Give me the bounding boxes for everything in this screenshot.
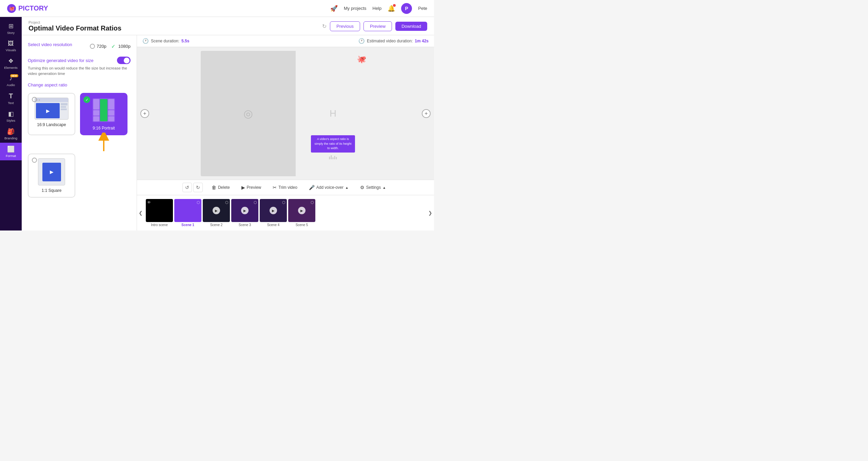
resolution-section: Select video resolution 720p ✓ 1080p [28,42,131,51]
user-avatar[interactable]: P [401,3,412,14]
settings-button[interactable]: ⚙ Settings ▲ [357,183,389,192]
my-projects-link[interactable]: My projects [344,6,366,11]
sidebar-item-visuals[interactable]: 🖼 Visuals [0,37,22,55]
clock-icon: 🕐 [142,38,149,44]
undo-button[interactable]: ↺ [182,183,192,192]
logo[interactable]: 🐙 PICTORY [7,4,48,13]
notification-bell[interactable]: 🔔 [388,5,395,12]
delete-button[interactable]: 🗑 Delete [209,183,233,192]
canvas-waveform [329,155,337,159]
scene4-label: Scene 4 [267,223,280,227]
check-portrait-icon: ✓ [83,96,90,103]
scene4-play-overlay: ▶ [260,200,286,221]
square-play-icon: ▶ [50,169,54,175]
scene5-thumbnail: ⬡ ▶ [288,199,315,222]
portrait-thumbnail [92,98,116,123]
trim-video-button[interactable]: ✂ Trim video [270,183,300,192]
canvas-left-area: ◎ [201,51,296,176]
new-badge: NEW [10,74,18,77]
user-name: Pete [418,6,427,11]
optimize-section: Optimize generated video for size Turnin… [28,57,131,76]
delete-label: Delete [218,185,230,190]
sidebar-label-audio: Audio [7,83,15,87]
redo-button[interactable]: ↻ [193,183,203,192]
add-scene-left-button[interactable]: + [140,109,149,118]
undo-redo-group: ↺ ↻ [182,183,203,192]
canvas-area: + + ◎ 🐙 H [137,47,434,180]
timeline-scene-2[interactable]: ⬡ ▶ Scene 2 [203,199,230,227]
preview-button[interactable]: Preview [363,21,392,31]
scene1-label: Scene 1 [181,223,194,227]
timeline-scene-5[interactable]: ⬡ ▶ Scene 5 [288,199,315,227]
canvas-text-overlay: A video's aspect ratio is simply the rat… [311,135,355,153]
timeline-scene-4[interactable]: ⬡ ▶ Scene 4 [260,199,287,227]
right-panel: 🕐 Scene duration: 5.5s 🕐 Estimated video… [137,35,434,230]
timeline-scenes: 👁 Intro scene ⬡ Scene 1 [144,199,427,227]
sidebar-label-story: Story [7,31,15,35]
timeline-next-button[interactable]: ❯ [427,195,434,230]
sidebar-item-story[interactable]: ⊞ Story [0,20,22,37]
landscape-body: ▶ [35,102,68,119]
resolution-720-label: 720p [97,44,106,49]
timeline-scene-1[interactable]: ⬡ Scene 1 [174,199,201,227]
resolution-720-option[interactable]: 720p [90,44,106,49]
add-voiceover-button[interactable]: 🎤 Add voice-over ▲ [306,183,351,192]
preview-toolbar: 🕐 Scene duration: 5.5s 🕐 Estimated video… [137,35,434,47]
timeline-prev-button[interactable]: ❮ [137,195,144,230]
sync-icon[interactable]: ↻ [322,23,327,29]
download-button[interactable]: Download [395,22,427,31]
scissors-icon: ✂ [273,185,277,190]
landscape-thumbnail: ▶ [35,98,68,120]
scene2-play-icon: ▶ [213,207,220,214]
scene-duration-label: Scene duration: [151,39,179,43]
play-icon: ▶ [241,185,245,190]
content-area: Project Optimal Video Format Ratios ↻ Pr… [22,17,434,230]
format-icon: ⬜ [7,145,15,153]
help-link[interactable]: Help [373,6,382,11]
optimize-header: Optimize generated video for size [28,57,131,64]
scene2-play-overlay: ▶ [203,200,229,221]
sidebar-item-elements[interactable]: ❖ Elements [0,55,22,72]
timeline-scene-intro[interactable]: 👁 Intro scene [146,199,173,227]
scene2-thumbnail: ⬡ ▶ [203,199,230,222]
intro-scene-label: Intro scene [151,223,167,227]
select-resolution-label[interactable]: Select video resolution [28,42,72,47]
sidebar-item-format[interactable]: ⬜ Format [0,143,22,160]
optimize-label: Optimize generated video for size [28,58,94,63]
scene5-label: Scene 5 [296,223,308,227]
main-columns: Select video resolution 720p ✓ 1080p [22,35,434,230]
previous-button[interactable]: Previous [330,21,360,31]
project-header: Project Optimal Video Format Ratios ↻ Pr… [22,17,434,35]
nav-right: 🚀 My projects Help 🔔 P Pete [330,3,427,14]
add-scene-right-button[interactable]: + [422,109,431,118]
landscape-bar-2 [61,106,66,108]
scene2-label: Scene 2 [210,223,223,227]
eye-off-icon: 👁 [147,200,151,204]
sidebar-item-audio[interactable]: NEW ♪ Audio [0,72,22,89]
scene5-play-icon: ▶ [298,207,305,214]
aspect-card-portrait[interactable]: ✓ [80,93,127,135]
app-layout: ⊞ Story 🖼 Visuals ❖ Elements NEW ♪ Audio… [0,17,434,230]
timeline-scene-3[interactable]: ⬡ ▶ Scene 3 [231,199,258,227]
canvas-portrait-area: 🐙 H A video's aspect ratio is simply the… [296,51,370,176]
scene3-play-icon: ▶ [241,207,249,214]
sidebar-item-text[interactable]: T Text [0,89,22,107]
scene-duration: 🕐 Scene duration: 5.5s [142,38,189,44]
trim-label: Trim video [278,185,297,190]
sidebar-item-styles[interactable]: ◧ Styles [0,107,22,125]
voiceover-label: Add voice-over [316,185,343,190]
change-aspect-link[interactable]: Change aspect ratio [28,82,131,87]
mic-icon: 🎤 [309,185,315,190]
aspect-card-landscape[interactable]: ▶ 16:9 Landscape [28,93,75,135]
estimated-value: 1m 42s [415,39,429,43]
svg-text:🐙: 🐙 [9,6,15,12]
optimize-toggle[interactable] [117,57,131,64]
scene3-label: Scene 3 [239,223,251,227]
canvas-left-placeholder: ◎ [201,51,296,176]
preview-scene-button[interactable]: ▶ Preview [239,183,264,192]
aspect-card-square[interactable]: ▶ 1:1 Square [28,154,75,198]
story-icon: ⊞ [8,22,14,30]
canvas-overlay-text: A video's aspect ratio is simply the rat… [314,137,351,150]
sidebar-item-branding[interactable]: 🎒 Branding [0,125,22,143]
resolution-1080-option[interactable]: ✓ 1080p [111,43,131,49]
